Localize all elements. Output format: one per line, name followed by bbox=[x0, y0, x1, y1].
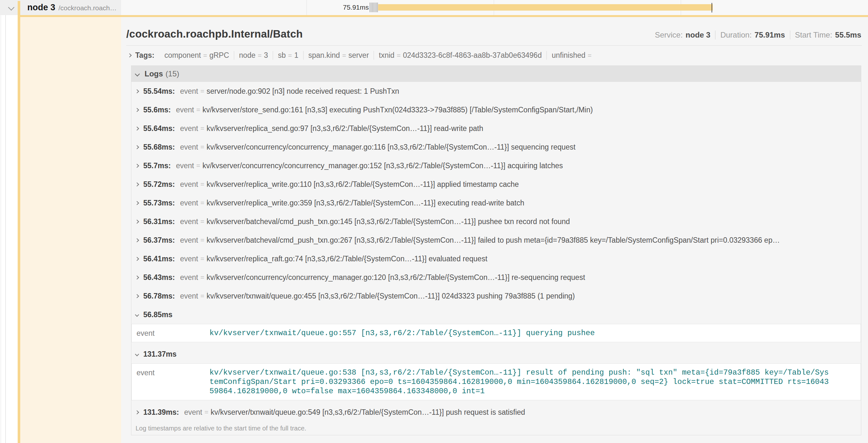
chevron-right-icon bbox=[135, 89, 139, 94]
log-timestamp: 55.54ms: bbox=[143, 87, 175, 96]
log-row[interactable]: 55.54ms: event = server/node.go:902 [n3]… bbox=[131, 82, 861, 100]
tag-key: txnid bbox=[379, 51, 395, 60]
log-timestamp: 55.72ms: bbox=[143, 180, 175, 189]
log-value: server/node.go:902 [n3] node received re… bbox=[207, 87, 399, 96]
log-marker bbox=[374, 3, 374, 12]
meta-service: Service: node 3 bbox=[650, 31, 715, 39]
log-marker bbox=[370, 3, 370, 12]
log-row[interactable]: 56.37ms: event = kv/kvserver/batcheval/c… bbox=[131, 231, 861, 249]
log-value: kv/kvserver/txnwait/queue.go:557 [n3,s3,… bbox=[210, 329, 830, 338]
equals-sign: = bbox=[200, 180, 204, 188]
log-marker bbox=[372, 3, 373, 12]
log-marker bbox=[375, 3, 375, 12]
log-marker bbox=[371, 3, 371, 12]
equals-sign: = bbox=[200, 273, 204, 281]
trace-view: node 3 /cockroach.roach… 75.91ms /cockro… bbox=[0, 0, 868, 443]
tag-key: unfinished bbox=[552, 51, 585, 60]
log-row[interactable]: 55.73ms: event = kv/kvserver/replica_wri… bbox=[131, 194, 861, 212]
log-field-name: event bbox=[180, 273, 198, 282]
equals-sign: = bbox=[397, 52, 401, 59]
tag-value: server bbox=[348, 51, 369, 60]
meta-value: node 3 bbox=[685, 31, 710, 39]
operation-name: /cockroach.roach… bbox=[59, 4, 117, 12]
log-row[interactable]: 55.68ms: event = kv/kvserver/concurrency… bbox=[131, 138, 861, 156]
log-row[interactable]: 55.72ms: event = kv/kvserver/replica_wri… bbox=[131, 175, 861, 194]
span-bar[interactable] bbox=[378, 4, 713, 10]
tag-item: node = 3 bbox=[234, 51, 273, 60]
chevron-right-icon bbox=[135, 257, 139, 261]
equals-sign: = bbox=[200, 143, 204, 151]
log-field-name: event bbox=[176, 162, 194, 170]
log-value: kv/kvserver/store_send.go:161 [n3,s3] ex… bbox=[203, 106, 593, 114]
chevron-down-icon bbox=[135, 352, 139, 356]
indent-guide-line bbox=[1, 0, 1, 443]
equals-sign: = bbox=[288, 52, 292, 59]
equals-sign: = bbox=[342, 52, 346, 59]
tag-value: 024d3323-6c8f-4863-aa8b-37ab0e63496d bbox=[403, 51, 541, 60]
meta-label: Start Time: bbox=[795, 31, 832, 39]
log-row[interactable]: 56.43ms: event = kv/kvserver/concurrency… bbox=[131, 268, 861, 287]
chevron-right-icon bbox=[135, 219, 139, 224]
log-row[interactable]: 56.31ms: event = kv/kvserver/batcheval/c… bbox=[131, 212, 861, 231]
log-value: kv/kvserver/txnwait/queue.go:538 [n3,s3,… bbox=[210, 368, 830, 396]
log-field-name: event bbox=[176, 106, 194, 114]
tag-key: component bbox=[164, 51, 201, 60]
indent-guide-line bbox=[5, 0, 6, 443]
log-row[interactable]: 131.39ms: event = kv/kvserver/txnwait/qu… bbox=[131, 403, 861, 421]
equals-sign: = bbox=[200, 292, 204, 300]
log-field-name: event bbox=[180, 292, 198, 301]
chevron-right-icon bbox=[135, 201, 139, 205]
detail-row-left-gutter bbox=[20, 17, 121, 443]
equals-sign: = bbox=[258, 52, 261, 59]
log-value: kv/kvserver/batcheval/cmd_push_txn.go:14… bbox=[207, 217, 570, 226]
span-timeline-row[interactable]: node 3 /cockroach.roach… 75.91ms bbox=[0, 0, 868, 15]
chevron-right-icon bbox=[135, 164, 139, 168]
log-row[interactable]: 56.78ms: event = kv/kvserver/txnwait/que… bbox=[131, 287, 861, 305]
logs-title: Logs bbox=[145, 69, 163, 78]
span-detail-panel: /cockroach.roachpb.Internal/Batch Servic… bbox=[121, 17, 868, 443]
log-row[interactable]: 55.7ms: event = kv/kvserver/concurrency/… bbox=[131, 156, 861, 175]
log-value: kv/kvserver/replica_send.go:97 [n3,s3,r6… bbox=[207, 124, 483, 133]
log-row-expanded-header[interactable]: 56.85ms bbox=[131, 305, 861, 324]
log-row[interactable]: 56.41ms: event = kv/kvserver/replica_raf… bbox=[131, 249, 861, 268]
chevron-down-icon[interactable] bbox=[8, 4, 14, 10]
equals-sign: = bbox=[200, 199, 204, 207]
logs-count: (15) bbox=[165, 69, 179, 78]
log-timestamp: 55.7ms: bbox=[143, 162, 171, 170]
log-timestamp: 56.78ms: bbox=[143, 292, 175, 301]
log-value: kv/kvserver/txnwait/queue.go:549 [n3,s3,… bbox=[211, 408, 525, 417]
meta-label: Duration: bbox=[720, 31, 751, 39]
equals-sign: = bbox=[200, 87, 204, 95]
equals-sign: = bbox=[200, 255, 204, 263]
chevron-right-icon bbox=[127, 53, 132, 58]
service-name: node 3 bbox=[27, 3, 55, 12]
log-field-name: event bbox=[184, 408, 202, 417]
tag-item: sb = 1 bbox=[273, 51, 303, 60]
tag-item: txnid = 024d3323-6c8f-4863-aa8b-37ab0e63… bbox=[374, 51, 547, 60]
log-field-name: event bbox=[180, 217, 198, 226]
log-row[interactable]: 55.64ms: event = kv/kvserver/replica_sen… bbox=[131, 119, 861, 138]
span-end-log-marker bbox=[712, 3, 712, 12]
span-duration-label: 75.91ms bbox=[308, 3, 369, 11]
chevron-right-icon bbox=[135, 127, 139, 131]
tags-toggle-row[interactable]: Tags: component = gRPC node = 3 sb = 1 s… bbox=[126, 47, 862, 63]
log-fields-table: event kv/kvserver/txnwait/queue.go:557 [… bbox=[131, 324, 861, 342]
span-color-accent-bar bbox=[18, 1, 20, 443]
log-value: kv/kvserver/batcheval/cmd_push_txn.go:26… bbox=[207, 236, 780, 245]
tag-item: unfinished = bbox=[547, 51, 598, 60]
log-field-name: event bbox=[180, 199, 198, 207]
log-row[interactable]: 55.6ms: event = kv/kvserver/store_send.g… bbox=[131, 100, 861, 119]
log-row-expanded-header[interactable]: 131.37ms bbox=[131, 345, 861, 364]
meta-duration: Duration: 75.91ms bbox=[715, 31, 789, 39]
log-timestamp: 131.37ms bbox=[143, 350, 177, 359]
tag-value: gRPC bbox=[210, 51, 229, 60]
log-fields-table: event kv/kvserver/txnwait/queue.go:538 [… bbox=[131, 364, 861, 400]
log-timestamp: 56.85ms bbox=[143, 310, 173, 319]
equals-sign: = bbox=[203, 52, 207, 59]
chevron-right-icon bbox=[135, 238, 139, 242]
span-meta: Service: node 3 Duration: 75.91ms Start … bbox=[650, 31, 861, 40]
log-field-name: event bbox=[180, 143, 198, 151]
chevron-right-icon bbox=[135, 145, 139, 149]
logs-accordion-header[interactable]: Logs (15) bbox=[131, 66, 861, 82]
chevron-right-icon bbox=[135, 410, 139, 414]
